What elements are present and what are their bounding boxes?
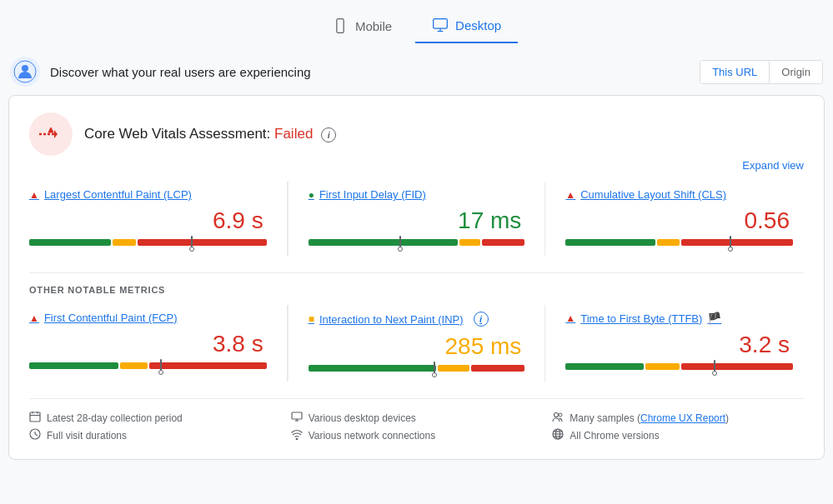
- bar-red: [482, 239, 524, 246]
- metric-lcp-bar: [29, 239, 267, 246]
- info-chrome-versions: All Chrome versions: [552, 428, 804, 442]
- primary-metrics-grid: ▲ Largest Contentful Paint (LCP) 6.9 s ●…: [29, 182, 804, 256]
- chrome-ux-report-link[interactable]: Chrome UX Report: [640, 412, 725, 424]
- monitor-icon: [291, 411, 303, 425]
- bar-green: [309, 239, 458, 246]
- tab-bar: Mobile Desktop: [8, 8, 825, 43]
- bar-orange: [438, 365, 469, 372]
- bar-marker: [730, 236, 731, 249]
- globe-icon: [552, 428, 564, 442]
- metric-fid-value: 17 ms: [309, 207, 525, 234]
- bar-marker: [399, 236, 401, 249]
- bar-green: [565, 239, 655, 246]
- bar-red: [681, 239, 793, 246]
- metric-fcp: ▲ First Contentful Paint (FCP) 3.8 s: [29, 305, 288, 382]
- ttfb-indicator: ▲: [565, 312, 575, 324]
- origin-button[interactable]: Origin: [770, 61, 822, 83]
- network-icon: [291, 428, 303, 442]
- inp-info-icon[interactable]: i: [474, 312, 489, 327]
- fid-indicator: ●: [309, 189, 314, 201]
- svg-rect-2: [434, 19, 448, 29]
- this-url-button[interactable]: This URL: [700, 61, 770, 83]
- svg-point-6: [22, 65, 28, 72]
- bar-green: [29, 239, 111, 246]
- svg-point-18: [559, 413, 562, 417]
- assessment-info-icon[interactable]: i: [321, 127, 336, 142]
- calendar-icon: [29, 411, 41, 425]
- tab-mobile[interactable]: Mobile: [315, 9, 409, 42]
- bar-green: [309, 365, 436, 372]
- metric-inp-label[interactable]: ■ Interaction to Next Paint (INP) i: [309, 312, 525, 327]
- bar-orange: [120, 362, 148, 369]
- ttfb-flag-icon: 🏴: [707, 312, 721, 325]
- marker-dot: [712, 371, 717, 376]
- bar-marker: [160, 359, 162, 372]
- bar-orange: [459, 239, 481, 246]
- cls-indicator: ▲: [565, 189, 575, 201]
- bar-marker: [714, 360, 715, 373]
- marker-dot: [189, 247, 194, 252]
- header-title: Discover what your real users are experi…: [50, 65, 311, 79]
- bar-red: [471, 365, 524, 372]
- bar-orange: [113, 239, 136, 246]
- bar-red: [138, 239, 266, 246]
- metric-fcp-label[interactable]: ▲ First Contentful Paint (FCP): [29, 312, 267, 324]
- url-toggle-buttons: This URL Origin: [700, 60, 823, 84]
- inp-indicator: ■: [309, 313, 314, 325]
- secondary-metrics-grid: ▲ First Contentful Paint (FCP) 3.8 s ■ I…: [29, 305, 804, 382]
- metric-inp: ■ Interaction to Next Paint (INP) i 285 …: [288, 305, 546, 382]
- bar-orange: [657, 239, 680, 246]
- metric-lcp: ▲ Largest Contentful Paint (LCP) 6.9 s: [29, 182, 288, 256]
- svg-rect-14: [292, 412, 302, 419]
- assessment-header: Core Web Vitals Assessment: Failed i: [29, 112, 804, 156]
- info-network: Various network connections: [291, 428, 543, 442]
- info-many-samples: Many samples (Chrome UX Report): [552, 411, 804, 425]
- fcp-indicator: ▲: [29, 312, 39, 324]
- svg-line-21: [35, 434, 38, 436]
- lcp-indicator: ▲: [29, 189, 39, 201]
- bar-green: [565, 363, 644, 370]
- assessment-title: Core Web Vitals Assessment: Failed i: [84, 126, 336, 142]
- metric-lcp-label[interactable]: ▲ Largest Contentful Paint (LCP): [29, 188, 267, 201]
- metric-fid: ● First Input Delay (FID) 17 ms: [288, 182, 546, 256]
- metric-ttfb: ▲ Time to First Byte (TTFB) 🏴 3.2 s: [545, 305, 804, 382]
- metric-cls: ▲ Cumulative Layout Shift (CLS) 0.56: [545, 182, 804, 256]
- info-footer: Latest 28-day collection period Various …: [29, 398, 804, 442]
- metric-cls-value: 0.56: [565, 207, 793, 234]
- header-row: Discover what your real users are experi…: [8, 57, 825, 87]
- main-card: Core Web Vitals Assessment: Failed i Exp…: [8, 95, 825, 460]
- bar-red: [149, 362, 266, 369]
- expand-view-link[interactable]: Expand view: [29, 159, 804, 172]
- assessment-icon: [38, 126, 64, 142]
- info-desktop-devices: Various desktop devices: [291, 411, 543, 425]
- assessment-icon-wrap: [29, 112, 73, 156]
- assessment-left: Core Web Vitals Assessment: Failed i: [29, 112, 336, 156]
- marker-dot: [432, 372, 437, 377]
- clock-icon: [29, 428, 41, 442]
- metric-cls-label[interactable]: ▲ Cumulative Layout Shift (CLS): [565, 188, 793, 201]
- metric-lcp-value: 6.9 s: [29, 207, 267, 234]
- users-icon: [552, 411, 564, 425]
- header-left: Discover what your real users are experi…: [10, 57, 311, 87]
- metric-ttfb-label[interactable]: ▲ Time to First Byte (TTFB) 🏴: [565, 312, 793, 325]
- svg-point-17: [554, 413, 559, 417]
- section-label: OTHER NOTABLE METRICS: [29, 272, 804, 295]
- bar-orange: [645, 363, 679, 370]
- tab-desktop[interactable]: Desktop: [415, 8, 518, 43]
- avatar: [10, 57, 40, 87]
- marker-dot: [398, 247, 403, 252]
- metric-inp-bar: [309, 365, 525, 372]
- svg-marker-8: [54, 130, 58, 138]
- marker-dot: [158, 370, 163, 375]
- svg-rect-0: [337, 19, 344, 33]
- mobile-icon: [332, 17, 349, 34]
- desktop-icon: [432, 17, 449, 33]
- svg-rect-10: [30, 412, 40, 422]
- metric-cls-bar: [565, 239, 793, 246]
- metric-fcp-value: 3.8 s: [29, 331, 267, 357]
- bar-marker: [434, 362, 435, 375]
- bar-green: [29, 362, 118, 369]
- metric-fid-bar: [309, 239, 525, 246]
- metric-fcp-bar: [29, 362, 267, 369]
- metric-fid-label[interactable]: ● First Input Delay (FID): [309, 188, 525, 201]
